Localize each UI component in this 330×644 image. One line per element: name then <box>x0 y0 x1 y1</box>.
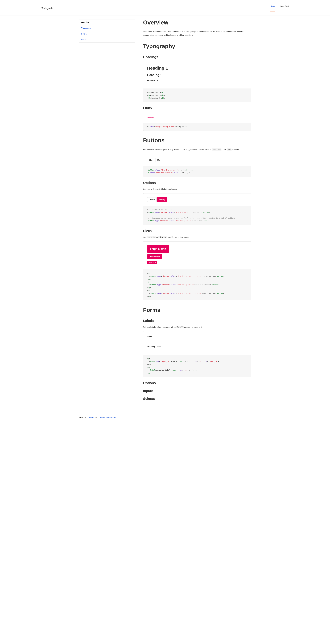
label-input[interactable] <box>147 339 170 342</box>
nav-base-css[interactable]: Base CSS <box>280 5 289 12</box>
footer: Built using Hologram and Hologram Github… <box>0 411 330 423</box>
options-title: Options <box>143 181 251 185</box>
overview-title: Overview <box>143 19 251 28</box>
buttons-intro: Button styles can be applied to any elem… <box>143 148 251 151</box>
buttons-title: Buttons <box>143 137 251 145</box>
typography-title: Typography <box>143 43 251 51</box>
headings-title: Headings <box>143 55 251 59</box>
wrapping-input[interactable] <box>161 345 184 348</box>
nav-home[interactable]: Home <box>270 5 275 12</box>
forms-title: Forms <box>143 307 251 315</box>
sizes-code: <p> <button type="button" class="btn btn… <box>143 270 251 300</box>
buttons-code: <button class="btn btn-default">Click</b… <box>143 166 251 177</box>
sizes-text: Add .btn-lg or .btn-sm for different but… <box>143 236 251 239</box>
form-options-title: Options <box>143 381 251 385</box>
example-h1: Heading 1 <box>147 66 247 70</box>
headings-example: Heading 1 Heading 1 Heading 1 <h1>Headin… <box>143 62 251 102</box>
selects-title: Selects <box>143 397 251 401</box>
labels-example: Label Wrapping Label <p> <label for="inp… <box>143 331 251 377</box>
example-h2: Heading 1 <box>147 73 247 77</box>
content: Overview Base rules are the defaults. Th… <box>143 19 251 403</box>
form-label: Label <box>147 335 247 338</box>
buttons-example: Click Me! <button class="btn btn-default… <box>143 154 251 177</box>
links-example: Example <a href="http://example.com">Exa… <box>143 113 251 131</box>
example-link[interactable]: Example <box>147 117 154 119</box>
labels-code: <p> <label for="input_id">Label</label> … <box>143 355 251 377</box>
links-code: <a href="http://example.com">Example</a> <box>143 122 251 130</box>
labels-text: Put labels before form element, with a f… <box>143 325 251 329</box>
sidebar-item-typography[interactable]: Typography <box>79 25 135 31</box>
wrapping-label: Wrapping Label <box>147 346 184 348</box>
large-button[interactable]: Large button <box>147 245 169 252</box>
sizes-title: Sizes <box>143 229 251 233</box>
sidebar-item-buttons[interactable]: Buttons <box>79 31 135 37</box>
headings-code: <h1>Heading 1</h1> <h2>Heading 1</h2> <h… <box>143 88 251 102</box>
small-button[interactable]: Small button <box>147 261 157 264</box>
inputs-title: Inputs <box>143 389 251 393</box>
sidebar-item-overview[interactable]: Overview <box>79 20 135 25</box>
primary-button[interactable]: Primary <box>157 197 167 202</box>
options-text: Use any of the available button classes: <box>143 188 251 191</box>
example-h3: Heading 1 <box>147 79 247 82</box>
sidebar: Overview Typography Buttons Forms <box>79 19 135 403</box>
labels-title: Labels <box>143 319 251 323</box>
sidebar-item-forms[interactable]: Forms <box>79 37 135 42</box>
sizes-example: Large button Default button Small button… <box>143 241 251 300</box>
hologram-link[interactable]: Hologram <box>87 416 94 418</box>
header: Styleguide Home Base CSS <box>0 0 330 16</box>
theme-link[interactable]: Hologram Github Theme <box>98 416 116 418</box>
overview-text: Base rules are the defaults. They are al… <box>143 30 251 36</box>
links-title: Links <box>143 106 251 110</box>
top-nav: Home Base CSS <box>270 5 289 12</box>
options-example: Default Primary <!-- Standard button -->… <box>143 193 251 225</box>
me-button[interactable]: Me! <box>155 158 162 162</box>
options-code: <!-- Standard button --> <button type="b… <box>143 206 251 225</box>
default-button[interactable]: Default <box>147 197 157 202</box>
click-button[interactable]: Click <box>147 158 155 162</box>
logo: Styleguide <box>41 7 53 10</box>
default-size-button[interactable]: Default button <box>147 254 162 259</box>
